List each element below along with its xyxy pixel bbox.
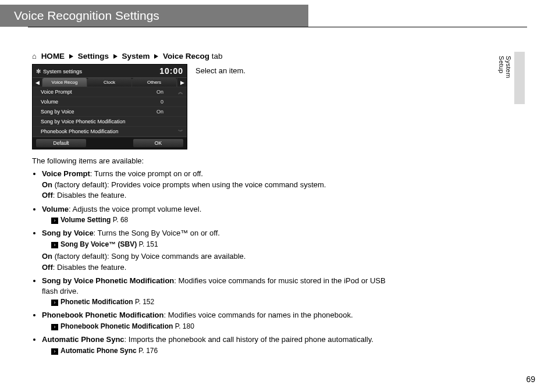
- scroll-chevrons: ︽︾: [176, 87, 184, 137]
- item-volume: Volume: Adjusts the voice prompt volume …: [42, 204, 389, 225]
- tab-others: Others: [132, 78, 177, 87]
- item-auto-sync: Automatic Phone Sync: Imports the phoneb…: [42, 334, 389, 355]
- list-item: Volume0: [33, 97, 187, 107]
- xref-auto-sync: ›Automatic Phone Sync P. 176: [51, 346, 389, 355]
- section-label: System Setup: [498, 56, 512, 78]
- list-item: Song by VoiceOn: [33, 107, 187, 117]
- chevron-right-icon: [154, 54, 158, 59]
- ok-button: OK: [133, 139, 183, 147]
- breadcrumb: ⌂ HOME Settings System Voice Recog tab: [32, 52, 389, 60]
- tab-clock: Clock: [87, 78, 132, 87]
- chevron-right-icon: [113, 54, 118, 59]
- breadcrumb-suffix: tab: [209, 52, 223, 60]
- xref-icon: ›: [51, 242, 58, 248]
- xref-icon: ›: [51, 348, 58, 355]
- xref-pb-phonetic: ›Phonebook Phonetic Modification P. 180: [51, 322, 389, 331]
- item-phonebook-phonetic: Phonebook Phonetic Modification: Modifie…: [42, 310, 389, 331]
- breadcrumb-settings: Settings: [78, 52, 109, 60]
- default-button: Default: [36, 139, 86, 147]
- item-voice-prompt: Voice Prompt: Turns the voice prompt on …: [42, 169, 389, 201]
- xref-phonetic: ›Phonetic Modification P. 152: [51, 297, 389, 307]
- xref-icon: ›: [51, 300, 58, 306]
- available-intro: The following items are available:: [32, 156, 389, 165]
- page-title: Voice Recognition Settings: [0, 5, 308, 27]
- gear-icon: ✻: [36, 68, 41, 74]
- screenshot-clock: 10:00: [159, 66, 183, 76]
- list-item: Song by Voice Phonetic Modification: [33, 117, 187, 127]
- tab-voice-recog: Voice Recog: [42, 78, 87, 87]
- instruction-text: Select an item.: [195, 64, 246, 75]
- breadcrumb-tab: Voice Recog: [163, 52, 209, 60]
- chevron-right-icon: [69, 54, 73, 59]
- list-item: Voice PromptOn: [33, 87, 187, 97]
- home-icon: ⌂: [32, 52, 37, 60]
- list-item: Phonebook Phonetic Modification: [33, 127, 187, 137]
- breadcrumb-system: System: [122, 52, 150, 60]
- xref-icon: ›: [51, 218, 58, 224]
- xref-volume: ›Volume Setting P. 68: [51, 215, 389, 224]
- side-tab: [514, 52, 525, 104]
- item-sbv: Song by Voice: Turns the Song By Voice™ …: [42, 228, 389, 272]
- chevron-right-icon: ▶: [177, 78, 187, 87]
- item-list: Voice Prompt: Turns the voice prompt on …: [32, 169, 389, 355]
- screenshot-title: System settings: [43, 68, 82, 74]
- chevron-left-icon: ◀: [33, 78, 42, 87]
- item-sbv-phonetic: Song by Voice Phonetic Modification: Mod…: [42, 276, 389, 307]
- xref-icon: ›: [51, 324, 58, 330]
- page-number: 69: [526, 375, 535, 384]
- device-screenshot: ✻ System settings 10:00 ◀ Voice Recog Cl…: [32, 64, 187, 149]
- xref-sbv: ›Song By Voice™ (SBV) P. 151: [51, 240, 389, 249]
- breadcrumb-home: HOME: [41, 52, 65, 60]
